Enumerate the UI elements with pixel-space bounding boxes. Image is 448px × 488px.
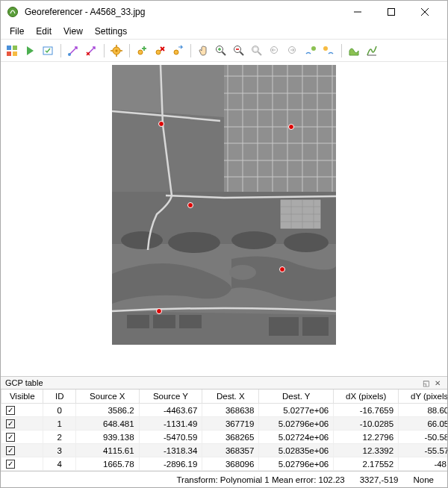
cell-dsty[interactable]: 5.02796e+06 <box>259 417 334 431</box>
col-visible[interactable]: Visible <box>1 390 43 404</box>
menu-file[interactable]: File <box>4 25 30 38</box>
svg-rect-65 <box>127 315 149 328</box>
menu-edit[interactable]: Edit <box>30 25 57 38</box>
panel-undock-button[interactable]: ◱ <box>420 378 431 388</box>
col-srcy[interactable]: Source Y <box>139 390 202 404</box>
svg-point-20 <box>138 50 143 54</box>
cell-dstx[interactable]: 368357 <box>202 444 259 457</box>
cell-id[interactable]: 0 <box>43 404 75 417</box>
histogram-button[interactable] <box>346 43 362 59</box>
cell-dstx[interactable]: 368638 <box>202 404 259 417</box>
col-dxp[interactable]: dX (pixels) <box>334 390 399 404</box>
col-dyp[interactable]: dY (pixels) <box>399 390 447 404</box>
col-srcx[interactable]: Source X <box>75 390 139 404</box>
visible-checkbox[interactable]: ✓ <box>6 446 15 455</box>
cell-dyp[interactable]: 66.0518 <box>399 417 447 431</box>
svg-marker-9 <box>27 46 34 55</box>
cell-dyp[interactable]: 88.6031 <box>399 404 447 417</box>
pan-button[interactable] <box>195 43 211 59</box>
visible-checkbox[interactable]: ✓ <box>6 419 15 428</box>
zoom-last-button[interactable] <box>267 43 283 59</box>
cell-dsty[interactable]: 5.02724e+06 <box>259 431 334 444</box>
cell-srcy[interactable]: -1318.34 <box>139 444 202 457</box>
table-row[interactable]: ✓41665.78-2896.193680965.02796e+062.1755… <box>1 457 448 471</box>
cell-dstx[interactable]: 368265 <box>202 431 259 444</box>
col-dstx[interactable]: Dest. X <box>202 390 259 404</box>
cell-dstx[interactable]: 368096 <box>202 457 259 471</box>
cell-srcx[interactable]: 939.138 <box>75 431 139 444</box>
zoom-layer-button[interactable] <box>249 43 265 59</box>
zoom-next-button[interactable] <box>284 43 301 59</box>
cell-srcy[interactable]: -1131.49 <box>139 417 202 431</box>
cell-id[interactable]: 3 <box>43 444 75 457</box>
cell-id[interactable]: 2 <box>43 431 75 444</box>
table-row[interactable]: ✓34115.61-1318.343683575.02835e+0612.339… <box>1 444 448 457</box>
close-button[interactable] <box>408 1 441 23</box>
cell-dsty[interactable]: 5.0277e+06 <box>259 404 334 417</box>
svg-point-39 <box>311 46 316 51</box>
move-point-button[interactable] <box>169 43 186 59</box>
raster-image <box>112 65 336 345</box>
gcp-marker[interactable] <box>156 308 162 314</box>
minimize-button[interactable] <box>340 1 374 23</box>
menu-settings[interactable]: Settings <box>89 25 133 38</box>
cell-dsty[interactable]: 5.02835e+06 <box>259 444 334 457</box>
cell-dxp[interactable]: 2.17552 <box>334 457 399 471</box>
visible-checkbox[interactable]: ✓ <box>6 460 15 469</box>
menu-view[interactable]: View <box>57 25 89 38</box>
cell-srcx[interactable]: 4115.61 <box>75 444 139 457</box>
gcp-marker[interactable] <box>279 266 285 272</box>
cell-dxp[interactable]: -10.0285 <box>334 417 399 431</box>
load-gcp-button[interactable] <box>65 43 81 59</box>
cell-dyp[interactable]: -48.49 <box>399 457 447 471</box>
cell-dxp[interactable]: 12.2796 <box>334 431 399 444</box>
open-raster-button[interactable] <box>4 43 20 59</box>
map-canvas[interactable] <box>1 62 447 376</box>
svg-rect-5 <box>7 46 11 50</box>
cell-srcx[interactable]: 3586.2 <box>75 404 139 417</box>
col-id[interactable]: ID <box>43 390 75 404</box>
cell-dyp[interactable]: -55.5786 <box>399 444 447 457</box>
col-dsty[interactable]: Dest. Y <box>259 390 334 404</box>
toolbar-separator <box>126 43 132 59</box>
save-gcp-button[interactable] <box>40 43 56 59</box>
cell-dstx[interactable]: 367719 <box>202 417 259 431</box>
delete-point-button[interactable] <box>152 43 168 59</box>
cell-srcx[interactable]: 648.481 <box>75 417 139 431</box>
cell-dsty[interactable]: 5.02796e+06 <box>259 457 334 471</box>
cell-srcx[interactable]: 1665.78 <box>75 457 139 471</box>
cell-srcy[interactable]: -5470.59 <box>139 431 202 444</box>
table-row[interactable]: ✓2939.138-5470.593682655.02724e+0612.279… <box>1 431 448 444</box>
zoom-in-button[interactable] <box>213 43 229 59</box>
zoom-out-button[interactable] <box>231 43 247 59</box>
cell-srcy[interactable]: -4463.67 <box>139 404 202 417</box>
gcp-table-container[interactable]: Visible ID Source X Source Y Dest. X Des… <box>1 390 447 471</box>
gcp-marker[interactable] <box>187 202 193 208</box>
panel-close-button[interactable]: ✕ <box>432 378 443 388</box>
cell-srcy[interactable]: -2896.19 <box>139 457 202 471</box>
gcp-marker[interactable] <box>158 121 164 127</box>
toolbar-separator <box>101 43 107 59</box>
link-qgis-button[interactable] <box>320 43 337 59</box>
cell-id[interactable]: 4 <box>43 457 75 471</box>
menu-bar: File Edit View Settings <box>1 23 447 40</box>
cell-dxp[interactable]: 12.3392 <box>334 444 399 457</box>
gcp-marker[interactable] <box>288 124 294 130</box>
visible-checkbox[interactable]: ✓ <box>6 406 15 415</box>
visible-checkbox[interactable]: ✓ <box>6 433 15 442</box>
cell-id[interactable]: 1 <box>43 417 75 431</box>
maximize-button[interactable] <box>374 1 408 23</box>
add-point-button[interactable] <box>134 43 150 59</box>
svg-point-61 <box>168 232 220 253</box>
link-georef-button[interactable] <box>302 43 319 59</box>
start-georef-button[interactable] <box>22 43 38 59</box>
close-georef-button[interactable] <box>83 43 99 59</box>
table-row[interactable]: ✓1648.481-1131.493677195.02796e+06-10.02… <box>1 417 448 431</box>
cell-dyp[interactable]: -50.5862 <box>399 431 447 444</box>
table-row[interactable]: ✓03586.2-4463.673686385.0277e+06-16.7659… <box>1 404 448 417</box>
gcp-panel-header: GCP table ◱ ✕ <box>1 376 447 390</box>
status-coords: 3327,-519 <box>352 475 406 484</box>
transform-settings-button[interactable] <box>108 43 125 59</box>
cell-dxp[interactable]: -16.7659 <box>334 404 399 417</box>
stretch-button[interactable] <box>364 43 380 59</box>
